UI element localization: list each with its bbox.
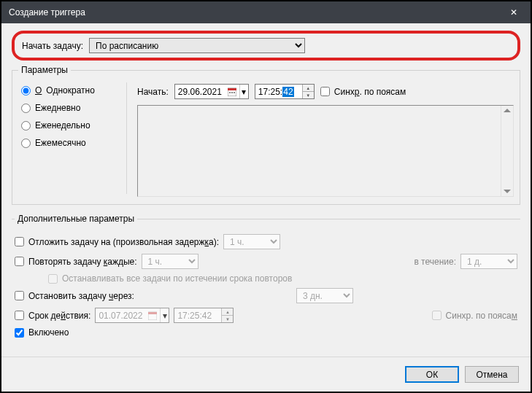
close-icon[interactable]: ✕ [504,3,523,22]
vertical-separator [126,82,127,194]
repeat-duration-select: 1 д. [460,254,517,269]
titlebar: Создание триггера ✕ [1,1,531,23]
enabled-checkbox[interactable]: Включено [15,327,69,338]
time-spinner: ▲▼ [221,308,233,322]
radio-daily-label: Ежедневно [35,103,80,113]
start-date-input[interactable]: 29.06.2021 ▾ [174,84,249,99]
radio-monthly[interactable]: Ежемесячно [21,138,116,148]
duration-label: в течение: [414,257,456,267]
expire-sync-checkbox: Синхр. по поясам [432,311,517,321]
stop-all-label: Останавливать все задачи по истечении ср… [62,273,292,284]
delay-checkbox[interactable]: Отложить задачу на (произвольная задержк… [15,237,219,247]
stop-after-checkbox[interactable]: Остановить задачу через: [15,291,134,301]
chevron-down-icon[interactable]: ▾ [239,85,248,98]
stop-all-checkbox [48,274,58,284]
svg-rect-1 [228,88,236,90]
vertical-scrollbar[interactable] [501,106,513,196]
calendar-icon [147,310,158,322]
radio-monthly-label: Ежемесячно [35,138,86,148]
svg-rect-2 [229,92,231,93]
start-label: Начать: [137,87,169,97]
svg-rect-3 [231,92,233,93]
svg-rect-4 [234,92,235,93]
trigger-dialog: Создание триггера ✕ Начать задачу: По ра… [0,0,532,393]
expire-date-input: 01.07.2022 ▾ [95,308,169,323]
chevron-down-icon: ▾ [160,308,169,322]
stop-after-select: 3 дн. [296,288,353,303]
radio-daily[interactable]: Ежедневно [21,103,116,113]
repeat-checkbox[interactable]: Повторять задачу каждые: [15,257,137,267]
repeat-interval-select: 1 ч. [142,254,198,269]
expire-time-input: 17:25:42 ▲▼ [174,308,234,323]
radio-once[interactable]: ООднократноОднократно [21,85,116,96]
radio-once-label: Однократно [46,85,95,96]
radio-weekly[interactable]: Еженедельно [21,120,116,131]
dialog-footer: ОК Отмена [1,357,531,392]
window-title: Создание триггера [9,7,85,17]
begin-task-select[interactable]: По расписанию [89,38,305,53]
params-fieldset: Параметры ООднократноОднократно Ежедневн… [12,65,520,205]
delay-select: 1 ч. [223,234,280,249]
cancel-button[interactable]: Отмена [465,366,519,383]
schedule-radio-group: ООднократноОднократно Ежедневно Еженедел… [18,79,116,197]
begin-task-label: Начать задачу: [22,41,83,51]
time-spinner[interactable]: ▲▼ [302,85,314,98]
advanced-legend: Дополнительные параметры [15,214,137,224]
schedule-detail-panel [137,105,514,197]
params-legend: Параметры [18,65,71,75]
ok-button[interactable]: ОК [405,366,459,383]
begin-task-row: Начать задачу: По расписанию [12,31,520,61]
sync-tz-checkbox[interactable]: Синхр. по поясам [320,87,406,97]
start-time-input[interactable]: 17:25:42 ▲▼ [255,84,315,99]
advanced-fieldset: Дополнительные параметры Отложить задачу… [12,214,520,345]
radio-weekly-label: Еженедельно [35,120,90,131]
expire-checkbox[interactable]: Срок действия: [15,311,90,321]
calendar-icon[interactable] [226,86,238,98]
svg-rect-6 [148,312,157,314]
